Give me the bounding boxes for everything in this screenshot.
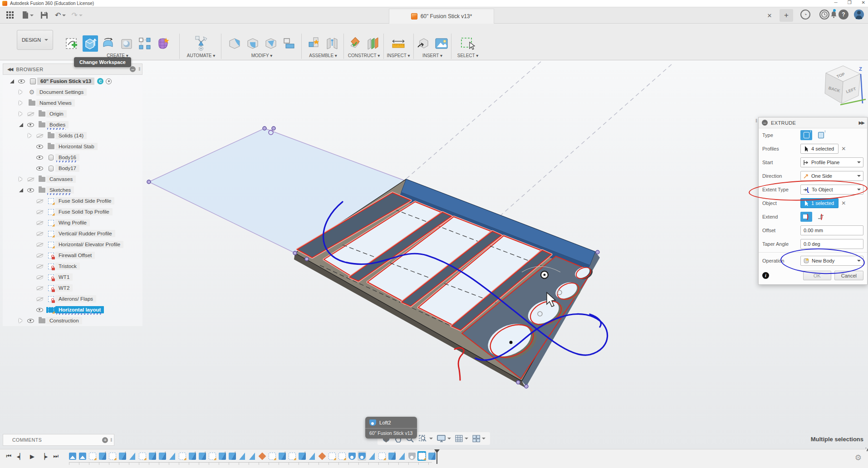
timeline-feature[interactable] [248,451,256,461]
fit-icon[interactable] [419,434,433,443]
visibility-eye-icon[interactable] [36,253,46,258]
timeline-feature[interactable] [198,451,206,461]
browser-tree-item[interactable]: Named Views C [3,98,142,108]
extrude-type-thin-button[interactable] [815,130,827,140]
create-sketch-icon[interactable] [64,35,80,52]
minimize-button[interactable]: ─ [834,0,838,5]
timeline-feature[interactable] [358,451,366,461]
ribbon-tab[interactable] [59,25,63,27]
comments-panel[interactable]: COMMENTS + ‖ [3,434,114,446]
timeline-feature[interactable] [78,451,87,461]
timeline-feature[interactable] [178,451,186,461]
dialog-grip[interactable]: ‖ [755,118,757,123]
timeline-feature[interactable] [158,451,167,461]
browser-tree-item[interactable]: Vertical/ Rudder Profile C [3,228,142,239]
extrude-dialog-header[interactable]: – EXTRUDE ▶▶ [759,117,867,128]
browser-tree-item[interactable]: Fuse Solid Side Profile C [3,195,142,206]
browser-tree-item[interactable]: Construction C [3,315,142,326]
timeline-feature[interactable] [348,451,356,461]
taper-angle-input[interactable]: 0.0 deg [800,239,863,249]
browser-tree-item[interactable]: Ailerons/ Flaps C [3,293,142,304]
select-tool-icon[interactable] [460,35,476,52]
tree-item-label[interactable]: Body16 [55,154,79,161]
add-comment-icon[interactable]: + [102,437,108,443]
browser-tree-item[interactable]: ⚙ Document Settings C [3,87,142,98]
skip-to-end-button[interactable]: ⏭ [52,452,60,460]
timeline-feature[interactable] [368,451,376,461]
start-dropdown[interactable]: Profile Plane [800,157,863,167]
browser-tree-item[interactable]: Origin C [3,108,142,119]
extend-faces-button[interactable] [800,212,812,222]
timeline-feature[interactable] [188,451,196,461]
timeline-feature[interactable] [108,451,117,461]
close-document-tab-button[interactable]: ✕ [764,10,775,21]
save-button[interactable] [41,12,48,19]
visibility-eye-icon[interactable] [36,199,46,203]
browser-tree-item[interactable]: Body17 C [3,163,142,174]
tree-item-label[interactable]: Ailerons/ Flaps [55,295,96,302]
panel-grip[interactable]: ‖ [110,438,113,443]
browser-tree-item[interactable]: Horizontal/ Elevator Profile C [3,239,142,250]
timeline-feature[interactable] [407,451,416,461]
construction-plane-tool-icon[interactable] [347,35,363,52]
tree-item-label[interactable]: WT1 [55,273,73,281]
press-pull-tool-icon[interactable] [227,35,242,52]
timeline-feature[interactable] [338,451,346,461]
disclosure-triangle-icon[interactable] [10,79,18,83]
disclosure-triangle-icon[interactable] [19,101,27,105]
viewports-icon[interactable] [472,435,485,443]
browser-minimize-icon[interactable]: – [130,66,136,72]
visibility-eye-icon[interactable] [36,166,46,171]
grid-snap-icon[interactable] [455,435,468,443]
tree-item-label[interactable]: Construction [46,317,82,324]
inspect-group-label[interactable]: INSPECT ▾ [385,53,412,58]
visibility-eye-icon[interactable] [18,79,28,83]
info-icon[interactable]: i [762,272,769,279]
play-button[interactable]: ▶ [28,452,36,460]
offset-face-tool-icon[interactable] [281,35,297,52]
tree-item-label[interactable]: Horizontal/ Elevator Profile [55,241,123,248]
timeline-feature[interactable] [288,451,296,461]
tree-item-label[interactable]: Vertical/ Rudder Profile [55,230,115,237]
tree-item-label[interactable]: Document Settings [36,88,87,96]
hole-tool-icon[interactable] [119,35,134,52]
canvas-tool-icon[interactable] [434,35,449,52]
cancel-button[interactable]: Cancel [834,271,863,280]
extrude-type-solid-button[interactable] [800,130,812,140]
timeline-feature[interactable] [218,451,226,461]
browser-tree-item[interactable]: WT1 C [3,272,142,283]
extensions-icon[interactable]: ◔ [800,10,810,20]
timeline-feature[interactable] [138,451,147,461]
fillet-tool-icon[interactable] [245,35,260,52]
tree-item-label[interactable]: Sketches [46,186,74,194]
modify-group-label[interactable]: MODIFY ▾ [224,53,300,58]
step-forward-button[interactable]: ▕▸ [40,452,48,460]
disclosure-triangle-icon[interactable] [19,177,27,181]
timeline-feature[interactable] [318,451,326,461]
tree-item-label[interactable]: Wing Profile [55,219,90,226]
object-clear-icon[interactable]: ✕ [841,200,846,206]
tree-item-label[interactable]: 60" Fusion Stick v13 [37,78,94,85]
midplane-tool-icon[interactable] [365,35,381,52]
timeline-feature[interactable] [228,451,236,461]
timeline-settings-gear-icon[interactable]: ⚙ [855,453,862,463]
select-group-label[interactable]: SELECT ▾ [453,53,483,58]
browser-tree-item[interactable]: Body16 C [3,152,142,163]
timeline-feature[interactable] [387,451,396,461]
dialog-collapse-icon[interactable]: – [762,120,768,126]
browser-tree-item[interactable]: Wing Profile C [3,217,142,228]
visibility-eye-icon[interactable] [36,308,46,312]
timeline-feature[interactable] [118,451,127,461]
tree-item-label[interactable]: Horizontal layout [55,306,104,313]
offset-input[interactable]: 0.00 mm [800,225,863,235]
new-document-tab-button[interactable]: + [780,9,793,22]
ribbon-tab[interactable] [135,25,139,27]
automate-tool-icon[interactable] [193,35,209,52]
extend-adjacent-button[interactable] [815,212,827,222]
tree-item-label[interactable]: Named Views [36,99,75,107]
insert-group-label[interactable]: INSERT ▾ [415,53,450,58]
user-avatar[interactable] [854,10,864,20]
profiles-clear-icon[interactable]: ✕ [841,146,846,152]
browser-tree-item[interactable]: Canvases C [3,174,142,185]
visibility-eye-icon[interactable] [27,177,37,181]
